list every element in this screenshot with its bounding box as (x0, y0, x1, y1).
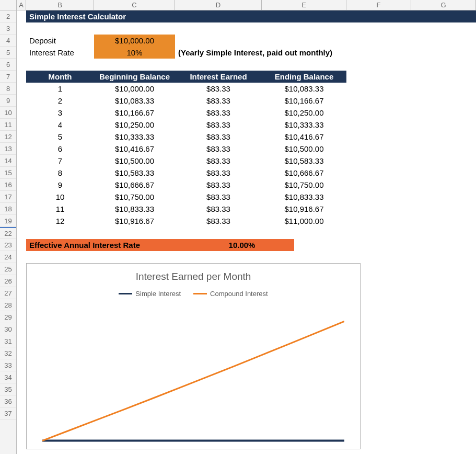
title-text: Simple Interest Calculator (29, 12, 126, 21)
table-cell-beginning[interactable]: $10,416.67 (94, 143, 175, 155)
row-header-29[interactable]: 29 (0, 311, 16, 323)
table-cell-beginning[interactable]: $10,166.67 (94, 107, 175, 119)
table-cell-month[interactable]: 9 (26, 179, 94, 191)
table-cell-interest[interactable]: $83.33 (175, 131, 262, 143)
table-cell-ending[interactable]: $10,333.33 (262, 119, 346, 131)
rate-value: 10% (126, 48, 142, 57)
rate-value-cell[interactable]: 10% (94, 47, 175, 59)
table-cell-ending[interactable]: $10,250.00 (262, 107, 346, 119)
table-cell-interest[interactable]: $83.33 (175, 215, 262, 227)
table-cell-interest[interactable]: $83.33 (175, 83, 262, 95)
table-cell-beginning[interactable]: $10,583.33 (94, 167, 175, 179)
table-cell-ending[interactable]: $10,666.67 (262, 167, 346, 179)
row-header-12[interactable]: 12 (0, 131, 16, 143)
row-header-14[interactable]: 14 (0, 155, 16, 167)
chart-plot-area (42, 311, 344, 446)
table-cell-month[interactable]: 8 (26, 167, 94, 179)
row-header-24[interactable]: 24 (0, 251, 16, 263)
col-header-F[interactable]: F (346, 0, 411, 10)
table-cell-interest[interactable]: $83.33 (175, 155, 262, 167)
row-header-23[interactable]: 23 (0, 239, 16, 251)
table-cell-month[interactable]: 1 (26, 83, 94, 95)
row-header-9[interactable]: 9 (0, 95, 16, 107)
table-cell-ending[interactable]: $10,166.67 (262, 95, 346, 107)
row-header-22[interactable]: 22 (0, 227, 16, 239)
col-header-B[interactable]: B (26, 0, 94, 10)
table-cell-month[interactable]: 7 (26, 155, 94, 167)
row-header-15[interactable]: 15 (0, 167, 16, 179)
th-interest: Interest Earned (175, 71, 262, 83)
row-header-30[interactable]: 30 (0, 323, 16, 335)
th-month: Month (26, 71, 94, 83)
table-cell-beginning[interactable]: $10,250.00 (94, 119, 175, 131)
row-header-16[interactable]: 16 (0, 179, 16, 191)
cells-area[interactable]: Simple Interest Calculator Deposit $10,0… (17, 10, 476, 454)
row-header-18[interactable]: 18 (0, 203, 16, 215)
table-cell-ending[interactable]: $10,083.33 (262, 83, 346, 95)
row-header-3[interactable]: 3 (0, 22, 16, 35)
row-header-28[interactable]: 28 (0, 299, 16, 311)
table-cell-interest[interactable]: $83.33 (175, 107, 262, 119)
table-cell-interest[interactable]: $83.33 (175, 167, 262, 179)
row-header-27[interactable]: 27 (0, 287, 16, 299)
table-cell-beginning[interactable]: $10,000.00 (94, 83, 175, 95)
table-cell-month[interactable]: 10 (26, 191, 94, 203)
row-header-6[interactable]: 6 (0, 59, 16, 71)
row-header-10[interactable]: 10 (0, 107, 16, 119)
col-header-D[interactable]: D (175, 0, 262, 10)
table-cell-month[interactable]: 12 (26, 215, 94, 227)
table-cell-ending[interactable]: $10,750.00 (262, 179, 346, 191)
legend-item-simple: Simple Interest (119, 290, 181, 298)
row-header-26[interactable]: 26 (0, 275, 16, 287)
table-cell-interest[interactable]: $83.33 (175, 203, 262, 215)
table-cell-ending[interactable]: $10,583.33 (262, 155, 346, 167)
col-header-G[interactable]: G (411, 0, 476, 10)
row-header-4[interactable]: 4 (0, 35, 16, 47)
row-header-8[interactable]: 8 (0, 83, 16, 95)
row-header-17[interactable]: 17 (0, 191, 16, 203)
row-header-37[interactable]: 37 (0, 407, 16, 419)
table-cell-ending[interactable]: $11,000.00 (262, 215, 346, 227)
table-cell-interest[interactable]: $83.33 (175, 119, 262, 131)
col-header-E[interactable]: E (262, 0, 346, 10)
table-cell-ending[interactable]: $10,416.67 (262, 131, 346, 143)
table-cell-month[interactable]: 5 (26, 131, 94, 143)
col-header-C[interactable]: C (94, 0, 175, 10)
row-header-2[interactable]: 2 (0, 10, 16, 22)
table-cell-month[interactable]: 6 (26, 143, 94, 155)
table-cell-beginning[interactable]: $10,500.00 (94, 155, 175, 167)
deposit-value-cell[interactable]: $10,000.00 (94, 35, 175, 47)
table-cell-beginning[interactable]: $10,833.33 (94, 203, 175, 215)
table-cell-month[interactable]: 3 (26, 107, 94, 119)
row-header-32[interactable]: 32 (0, 347, 16, 359)
row-header-7[interactable]: 7 (0, 71, 16, 83)
row-header-35[interactable]: 35 (0, 383, 16, 395)
table-cell-interest[interactable]: $83.33 (175, 191, 262, 203)
table-cell-interest[interactable]: $83.33 (175, 179, 262, 191)
table-cell-ending[interactable]: $10,500.00 (262, 143, 346, 155)
row-header-13[interactable]: 13 (0, 143, 16, 155)
table-cell-beginning[interactable]: $10,916.67 (94, 215, 175, 227)
table-cell-beginning[interactable]: $10,083.33 (94, 95, 175, 107)
select-all-corner[interactable] (0, 0, 17, 10)
row-header-33[interactable]: 33 (0, 359, 16, 371)
table-cell-ending[interactable]: $10,916.67 (262, 203, 346, 215)
table-cell-interest[interactable]: $83.33 (175, 95, 262, 107)
chart[interactable]: Interest Earned per Month Simple Interes… (26, 263, 361, 449)
table-cell-beginning[interactable]: $10,333.33 (94, 131, 175, 143)
row-header-34[interactable]: 34 (0, 371, 16, 383)
table-cell-month[interactable]: 4 (26, 119, 94, 131)
row-header-19[interactable]: 19 (0, 215, 16, 227)
table-cell-beginning[interactable]: $10,666.67 (94, 179, 175, 191)
table-cell-month[interactable]: 2 (26, 95, 94, 107)
col-header-A[interactable]: A (17, 0, 26, 10)
table-cell-ending[interactable]: $10,833.33 (262, 191, 346, 203)
table-cell-interest[interactable]: $83.33 (175, 143, 262, 155)
table-cell-beginning[interactable]: $10,750.00 (94, 191, 175, 203)
row-header-31[interactable]: 31 (0, 335, 16, 347)
table-cell-month[interactable]: 11 (26, 203, 94, 215)
row-header-11[interactable]: 11 (0, 119, 16, 131)
row-header-36[interactable]: 36 (0, 395, 16, 407)
row-header-25[interactable]: 25 (0, 263, 16, 275)
row-header-5[interactable]: 5 (0, 47, 16, 59)
